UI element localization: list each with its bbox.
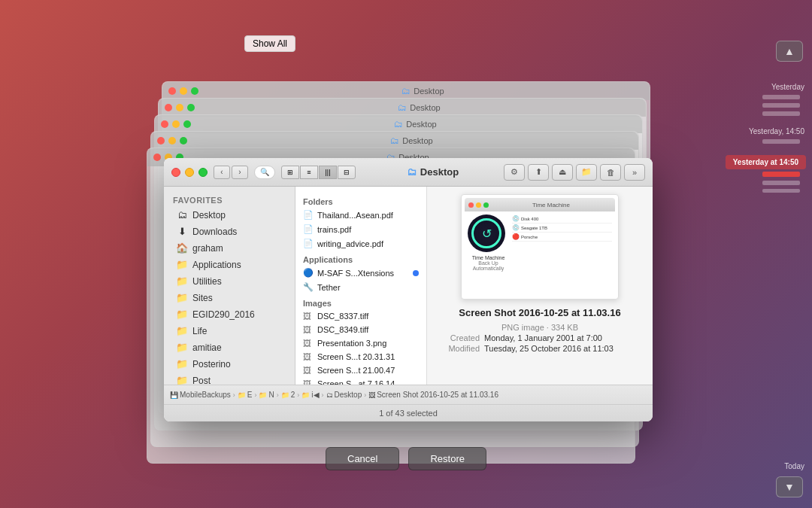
sidebar-item-posterino[interactable]: 📁 Posterino [167,356,292,372]
file-name: writing_advice.pdf [317,239,383,248]
mini-time-machine: Time Machine ↺ Time Machine Back Up Auto… [465,198,615,296]
window-title: 🗂 Desktop [362,166,504,178]
active-timeline-label[interactable]: Yesterday at 14:50 [726,155,806,169]
sidebar-item-downloads[interactable]: ⬇ Downloads [167,224,292,239]
column-view-button[interactable]: ||| [319,166,337,179]
icon-view-button[interactable]: ⊞ [281,166,299,179]
eject-button[interactable]: ⏏ [552,164,573,181]
show-all-button[interactable]: Show All [244,35,295,52]
sidebar-item-utilities[interactable]: 📁 Utilities [167,273,292,289]
mini-disk-label: Disk 400 [521,217,538,221]
tl-bar [762,103,800,108]
max-dot [187,104,195,111]
back-button[interactable]: ‹ [214,166,230,179]
bc-drive-icon: 💾 [170,391,178,399]
file-name: Thailand...Asean.pdf [317,211,393,220]
created-value: Monday, 1 January 2001 at 7:00 [484,333,602,342]
bc-n-label: N [268,391,274,399]
sidebar-item-applications[interactable]: 📁 Applications [167,257,292,272]
list-item[interactable]: 🖼 Screen S...t 21.00.47 [295,364,426,377]
stacked-title-3: Desktop [406,120,436,129]
bc-i-label: i◀ [311,391,319,399]
downloads-icon: ⬇ [176,226,188,237]
sidebar-item-post[interactable]: 📁 Post [167,373,292,385]
bc-arrow: › [233,391,235,399]
file-name: DSC_8337.tiff [317,312,368,321]
minimize-button[interactable] [185,168,194,177]
list-view-button[interactable]: ≡ [300,166,318,179]
file-name: M-SAF S...Xtensions [317,269,394,278]
list-item[interactable]: 🔧 Tether [295,280,426,294]
share-button[interactable]: ⬆ [528,164,549,181]
sidebar-item-egid[interactable]: 📁 EGID290_2016 [167,306,292,322]
tl-bar [762,181,800,184]
search-box[interactable]: 🔍 [254,166,275,179]
bc-folder-icon: 📁 [281,391,289,399]
search-icon: 🔍 [260,168,269,176]
tl-bar-active [762,172,800,177]
pdf-icon: 📄 [303,224,314,234]
folder-button[interactable]: 📁 [576,164,597,181]
post-icon: 📁 [176,375,188,385]
finder-body: Favorites 🗂 Desktop ⬇ Downloads 🏠 graham… [164,187,653,385]
restore-button[interactable]: Restore [408,447,486,470]
app-icon: 🔵 [303,268,314,278]
bc-desktop[interactable]: 🗂 Desktop [326,391,362,399]
sidebar-item-sites[interactable]: 📁 Sites [167,290,292,306]
list-item[interactable]: 🖼 Screen S...at 7.16.14 [295,377,426,385]
sidebar-item-graham[interactable]: 🏠 graham [167,240,292,256]
modified-value: Tuesday, 25 October 2016 at 11:03 [484,344,614,353]
close-dot [153,154,161,161]
posterino-icon: 📁 [176,358,188,370]
disk-icon: 💿 [512,215,520,222]
min-dot [180,87,187,95]
image-icon: 🖼 [303,325,314,334]
file-name: Screen S...at 7.16.14 [317,379,395,385]
bc-i[interactable]: 📁 i◀ [301,391,319,399]
timeline-up-button[interactable]: ▲ [776,41,803,62]
list-item[interactable]: 🖼 DSC_8349.tiff [295,323,426,336]
list-item[interactable]: 📄 Thailand...Asean.pdf [295,208,426,222]
favorites-label: Favorites [164,193,295,206]
list-item[interactable]: 🖼 Screen S...t 20.31.31 [295,350,426,364]
group-label-applications: Applications [295,251,426,266]
action-button[interactable]: ⚙ [504,164,525,181]
bc-screenshot[interactable]: 🖼 Screen Shot 2016-10-25 at 11.03.16 [368,391,498,399]
image-icon: 🖼 [303,366,314,375]
more-button[interactable]: » [624,164,645,181]
close-dot [161,120,168,128]
sidebar-item-amitiae[interactable]: 📁 amitiae [167,339,292,355]
finder-window: ‹ › 🔍 ⊞ ≡ ||| ⊟ 🗂 Desktop ⚙ ⬆ ⏏ 📁 🗑 » Fa… [164,158,653,421]
list-item[interactable]: 📄 writing_advice.pdf [295,236,426,251]
bc-2[interactable]: 📁 2 [281,391,295,399]
list-item[interactable]: 🔵 M-SAF S...Xtensions [295,266,426,280]
close-button[interactable] [171,168,180,177]
delete-button[interactable]: 🗑 [600,164,621,181]
tl-bar [762,139,800,144]
forward-button[interactable]: › [232,166,248,179]
mini-backup-label: Back Up Automatically [468,260,509,271]
bc-n[interactable]: 📁 N [259,391,274,399]
bc-mobile-backups[interactable]: 💾 MobileBackups [170,391,231,399]
maximize-button[interactable] [198,168,208,177]
bc-arrow: › [322,391,324,399]
list-item[interactable]: 🖼 DSC_8337.tiff [295,309,426,323]
min-dot [172,120,180,128]
bc-e[interactable]: 📁 E [238,391,253,399]
sidebar-label-utilities: Utilities [192,276,222,287]
stacked-title-1: Desktop [414,87,444,96]
list-item[interactable]: 📄 trains.pdf [295,222,426,236]
list-item[interactable]: 🖼 Presentation 3.png [295,336,426,350]
sidebar-label-desktop: Desktop [192,210,226,221]
toolbar-right: ⚙ ⬆ ⏏ 📁 🗑 » [504,164,645,181]
amitiae-icon: 📁 [176,342,188,353]
mini-disk-item: 💿 Seagate 1TB [512,224,612,233]
finder-bottom: 💾 MobileBackups › 📁 E › 📁 N › 📁 2 › 📁 i◀ [164,385,653,421]
cancel-button[interactable]: Cancel [326,447,399,470]
sidebar-item-desktop[interactable]: 🗂 Desktop [167,207,292,223]
tl-bar [762,95,800,99]
timeline-down-button[interactable]: ▼ [776,476,803,497]
cover-flow-button[interactable]: ⊟ [338,166,356,179]
sidebar-item-life[interactable]: 📁 Life [167,323,292,339]
sites-icon: 📁 [176,292,188,303]
